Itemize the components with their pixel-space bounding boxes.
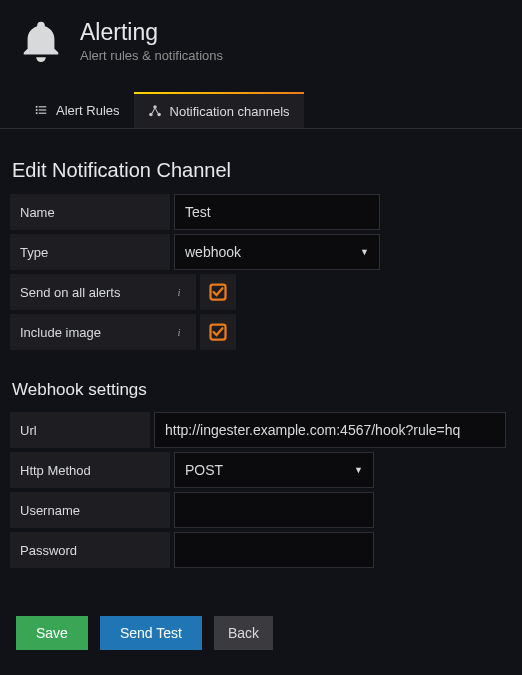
type-select[interactable]: webhook [175,235,379,269]
http-method-select[interactable]: POST [175,453,373,487]
username-input[interactable] [175,493,373,527]
svg-rect-3 [39,109,47,110]
save-button[interactable]: Save [16,616,88,650]
share-icon [148,104,162,118]
tab-label: Alert Rules [56,103,120,118]
label-http-method: Http Method [10,452,170,488]
name-input[interactable] [175,195,379,229]
svg-rect-1 [39,106,47,107]
label-send-on-all: Send on all alerts i [10,274,196,310]
label-url: Url [10,412,150,448]
send-on-all-checkbox[interactable] [200,274,236,310]
include-image-checkbox[interactable] [200,314,236,350]
tab-label: Notification channels [170,104,290,119]
label-name: Name [10,194,170,230]
info-icon[interactable]: i [172,325,186,339]
subsection-title: Webhook settings [12,380,512,400]
url-input[interactable] [155,413,505,447]
page-subtitle: Alert rules & notifications [80,48,223,63]
page-title: Alerting [80,19,223,46]
svg-rect-4 [36,112,38,114]
label-type: Type [10,234,170,270]
svg-rect-2 [36,109,38,111]
svg-rect-5 [39,113,47,114]
send-test-button[interactable]: Send Test [100,616,202,650]
page-header: Alerting Alert rules & notifications [0,0,522,64]
info-icon[interactable]: i [172,285,186,299]
tab-notification-channels[interactable]: Notification channels [134,92,304,128]
bell-icon [18,18,64,64]
label-include-image: Include image i [10,314,196,350]
tab-alert-rules[interactable]: Alert Rules [20,92,134,128]
list-icon [34,103,48,117]
section-title: Edit Notification Channel [12,159,512,182]
tabs: Alert Rules Notification channels [20,92,522,128]
svg-point-7 [153,105,157,109]
svg-rect-0 [36,106,38,108]
check-icon [209,283,227,301]
back-button[interactable]: Back [214,616,273,650]
check-icon [209,323,227,341]
password-input[interactable] [175,533,373,567]
label-username: Username [10,492,170,528]
label-password: Password [10,532,170,568]
